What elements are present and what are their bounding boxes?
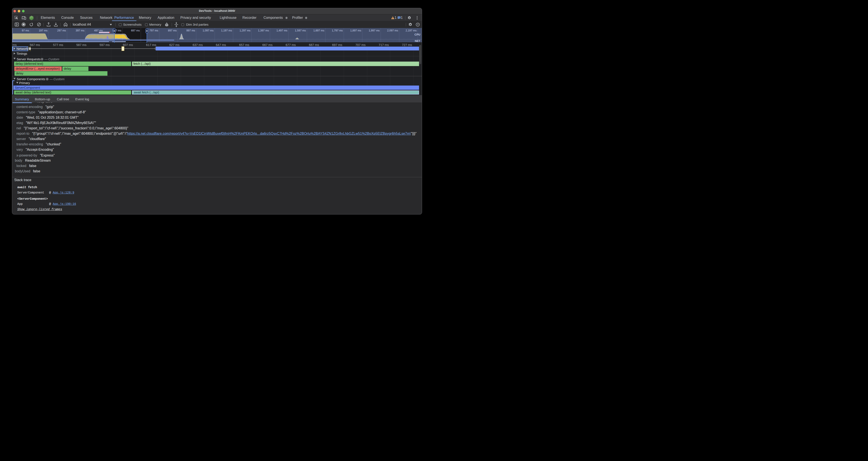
svg-text:1,997 ms: 1,997 ms: [369, 29, 379, 32]
svg-text:797 ms: 797 ms: [150, 29, 158, 32]
svg-text:1,597 ms: 1,597 ms: [295, 29, 306, 32]
svg-text:697 ms: 697 ms: [131, 29, 140, 32]
svg-text:CPU: CPU: [414, 33, 420, 36]
svg-text:NET: NET: [415, 39, 420, 42]
svg-text:1,697 ms: 1,697 ms: [313, 29, 324, 32]
svg-text:1,297 ms: 1,297 ms: [240, 29, 250, 32]
svg-text:1,897 ms: 1,897 ms: [350, 29, 361, 32]
svg-text:1,397 ms: 1,397 ms: [258, 29, 269, 32]
svg-text:97 ms: 97 ms: [22, 29, 29, 32]
svg-text:897 ms: 897 ms: [168, 29, 177, 32]
svg-text:2,097 ms: 2,097 ms: [387, 29, 398, 32]
svg-text:497 ms: 497 ms: [94, 29, 103, 32]
svg-text:2,197 ms: 2,197 ms: [406, 29, 416, 32]
svg-text:397 ms: 397 ms: [75, 29, 84, 32]
svg-text:197 ms: 197 ms: [39, 29, 48, 32]
svg-text:1,797 ms: 1,797 ms: [332, 29, 343, 32]
svg-text:1,097 ms: 1,097 ms: [203, 29, 214, 32]
svg-text:297 ms: 297 ms: [57, 29, 66, 32]
svg-text:1,497 ms: 1,497 ms: [276, 29, 287, 32]
svg-text:1,197 ms: 1,197 ms: [221, 29, 232, 32]
svg-text:?: ?: [417, 23, 418, 26]
svg-text:997 ms: 997 ms: [186, 29, 195, 32]
